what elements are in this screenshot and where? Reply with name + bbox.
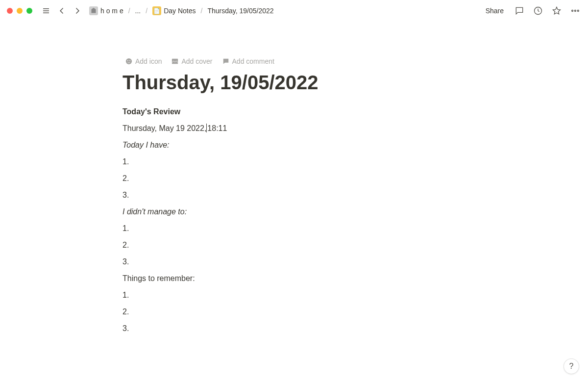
- timestamp-date: Thursday, May 19 2022,: [122, 124, 206, 132]
- breadcrumb-current[interactable]: Thursday, 19/05/2022: [205, 6, 275, 16]
- list-item[interactable]: 3.: [122, 322, 466, 335]
- page-actions: Add icon Add cover Add comment: [123, 56, 466, 67]
- section-notmanage-heading[interactable]: I didn't manage to:: [122, 205, 466, 219]
- section-remember-heading[interactable]: Things to remember:: [122, 272, 466, 285]
- breadcrumb-separator: /: [146, 7, 147, 15]
- svg-point-3: [577, 10, 579, 12]
- timestamp-line[interactable]: Thursday, May 19 2022,18:11: [122, 122, 466, 135]
- page-content: Add icon Add cover Add comment Thursday,…: [122, 22, 466, 335]
- dots-icon: [570, 6, 580, 16]
- add-cover-button[interactable]: Add cover: [170, 56, 214, 67]
- add-icon-label: Add icon: [135, 57, 162, 65]
- svg-rect-7: [172, 59, 178, 64]
- star-icon: [552, 6, 562, 16]
- maximize-window-button[interactable]: [26, 8, 32, 14]
- svg-point-2: [575, 10, 576, 12]
- breadcrumb-home[interactable]: h o m e: [87, 5, 125, 16]
- menu-icon: [42, 7, 50, 15]
- updates-button[interactable]: [532, 5, 544, 17]
- folder-page-icon: 📄: [152, 6, 161, 15]
- share-button[interactable]: Share: [483, 5, 507, 17]
- svg-point-1: [572, 10, 573, 12]
- svg-point-4: [126, 58, 132, 64]
- window-controls: [7, 8, 32, 14]
- topbar-right: Share: [483, 5, 581, 17]
- breadcrumb-current-label: Thursday, 19/05/2022: [207, 7, 273, 15]
- section-today-heading[interactable]: Today I have:: [122, 138, 466, 152]
- breadcrumb-folder[interactable]: 📄 Day Notes: [150, 5, 197, 16]
- list-item[interactable]: 3.: [122, 188, 466, 202]
- favorite-button[interactable]: [551, 5, 563, 17]
- breadcrumb-folder-label: Day Notes: [164, 7, 196, 15]
- page-title[interactable]: Thursday, 19/05/2022: [122, 71, 466, 94]
- back-button[interactable]: [56, 5, 68, 17]
- list-item[interactable]: 3.: [122, 255, 466, 269]
- list-item[interactable]: 1.: [122, 222, 466, 235]
- breadcrumb-ellipsis[interactable]: ...: [133, 6, 143, 16]
- forward-button[interactable]: [72, 5, 83, 17]
- breadcrumb: h o m e / ... / 📄 Day Notes / Thursday, …: [87, 5, 276, 16]
- sidebar-toggle-button[interactable]: [40, 5, 52, 17]
- arrow-left-icon: [58, 7, 66, 15]
- comment-icon: [514, 6, 524, 16]
- breadcrumb-separator: /: [128, 7, 130, 15]
- add-comment-button[interactable]: Add comment: [220, 56, 276, 67]
- comment-small-icon: [222, 58, 229, 65]
- emoji-icon: [125, 58, 132, 65]
- svg-point-5: [127, 60, 128, 61]
- help-button[interactable]: ?: [564, 358, 579, 374]
- svg-point-6: [129, 60, 130, 61]
- list-item[interactable]: 1.: [122, 155, 466, 169]
- list-item[interactable]: 2.: [122, 305, 466, 319]
- add-cover-label: Add cover: [181, 57, 212, 65]
- add-comment-label: Add comment: [232, 57, 274, 65]
- add-icon-button[interactable]: Add icon: [123, 56, 164, 67]
- breadcrumb-separator: /: [201, 7, 203, 15]
- note-body[interactable]: Today's Review Thursday, May 19 2022,18:…: [122, 105, 466, 335]
- breadcrumb-home-label: h o m e: [100, 7, 123, 15]
- more-button[interactable]: [569, 5, 581, 17]
- list-item[interactable]: 2.: [122, 238, 466, 252]
- comments-button[interactable]: [514, 5, 525, 17]
- image-icon: [172, 58, 178, 65]
- minimize-window-button[interactable]: [17, 8, 23, 14]
- arrow-right-icon: [74, 7, 81, 15]
- close-window-button[interactable]: [7, 8, 13, 14]
- home-page-icon: [89, 6, 98, 15]
- timestamp-time: 18:11: [207, 124, 227, 132]
- review-heading[interactable]: Today's Review: [122, 105, 466, 119]
- topbar: h o m e / ... / 📄 Day Notes / Thursday, …: [0, 0, 588, 22]
- list-item[interactable]: 1.: [122, 288, 466, 302]
- clock-icon: [533, 6, 543, 16]
- breadcrumb-ellipsis-label: ...: [135, 7, 141, 15]
- list-item[interactable]: 2.: [122, 172, 466, 185]
